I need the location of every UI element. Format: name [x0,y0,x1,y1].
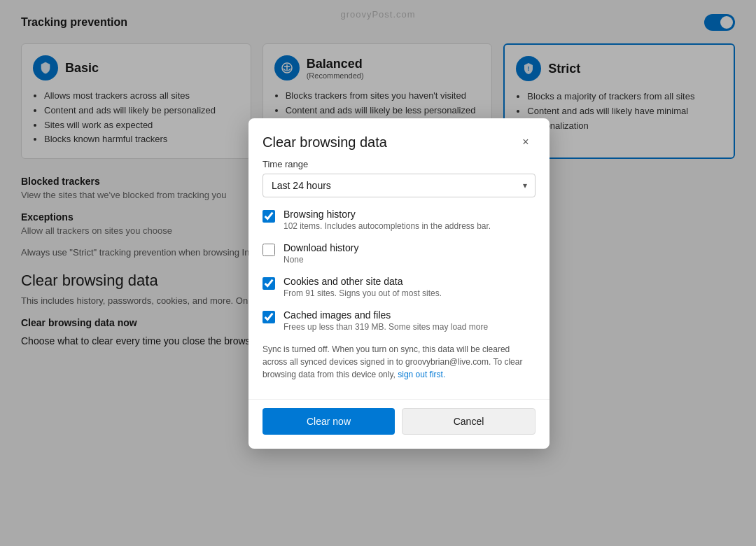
cookies-label-area: Cookies and other site data From 91 site… [284,276,536,298]
browsing-history-desc: 102 items. Includes autocompletions in t… [284,221,536,231]
cookies-item: Cookies and other site data From 91 site… [262,276,536,298]
sync-note: Sync is turned off. When you turn on syn… [262,343,536,381]
modal-close-button[interactable]: × [516,132,536,152]
time-range-wrapper: Last hour Last 24 hours Last 7 days Last… [262,174,536,197]
clear-browsing-data-modal: Clear browsing data × Time range Last ho… [248,118,550,449]
download-history-label-area: Download history None [284,242,536,265]
browsing-history-checkbox[interactable] [262,210,275,223]
cached-label-area: Cached images and files Frees up less th… [284,309,536,332]
sign-out-link[interactable]: sign out first. [398,370,445,379]
modal-title: Clear browsing data [262,134,387,150]
sync-note-text: Sync is turned off. When you turn on syn… [262,344,522,379]
cookies-label: Cookies and other site data [284,276,536,287]
download-history-desc: None [284,255,536,265]
download-history-label: Download history [284,242,536,253]
modal-header: Clear browsing data × [248,118,550,159]
cookies-desc: From 91 sites. Signs you out of most sit… [284,288,536,298]
clear-now-button[interactable]: Clear now [262,408,395,435]
browsing-history-item: Browsing history 102 items. Includes aut… [262,209,536,231]
cached-checkbox[interactable] [262,311,275,323]
download-history-item: Download history None [262,242,536,265]
time-range-select[interactable]: Last hour Last 24 hours Last 7 days Last… [262,174,536,197]
cookies-checkbox[interactable] [262,277,275,290]
browsing-history-label: Browsing history [284,209,536,220]
modal-body: Time range Last hour Last 24 hours Last … [248,159,550,399]
cached-item: Cached images and files Frees up less th… [262,309,536,332]
cached-label: Cached images and files [284,309,536,321]
cancel-button[interactable]: Cancel [402,408,536,435]
cached-desc: Frees up less than 319 MB. Some sites ma… [284,322,536,332]
time-range-label: Time range [262,159,536,169]
modal-footer: Clear now Cancel [248,399,550,449]
download-history-checkbox[interactable] [262,244,275,256]
modal-overlay: Clear browsing data × Time range Last ho… [0,0,756,546]
browsing-history-label-area: Browsing history 102 items. Includes aut… [284,209,536,231]
